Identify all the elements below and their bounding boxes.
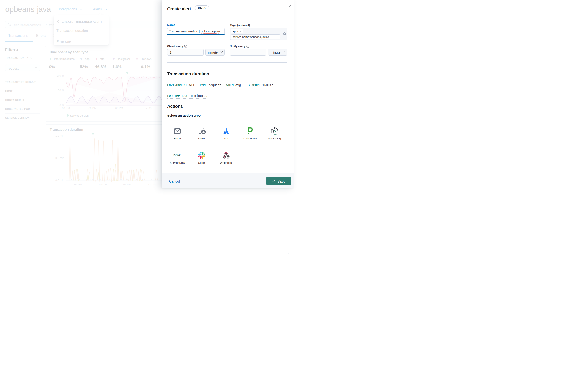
svg-text:now: now (173, 153, 180, 157)
svg-text:?: ? (185, 45, 186, 47)
svg-text:?: ? (247, 45, 248, 47)
